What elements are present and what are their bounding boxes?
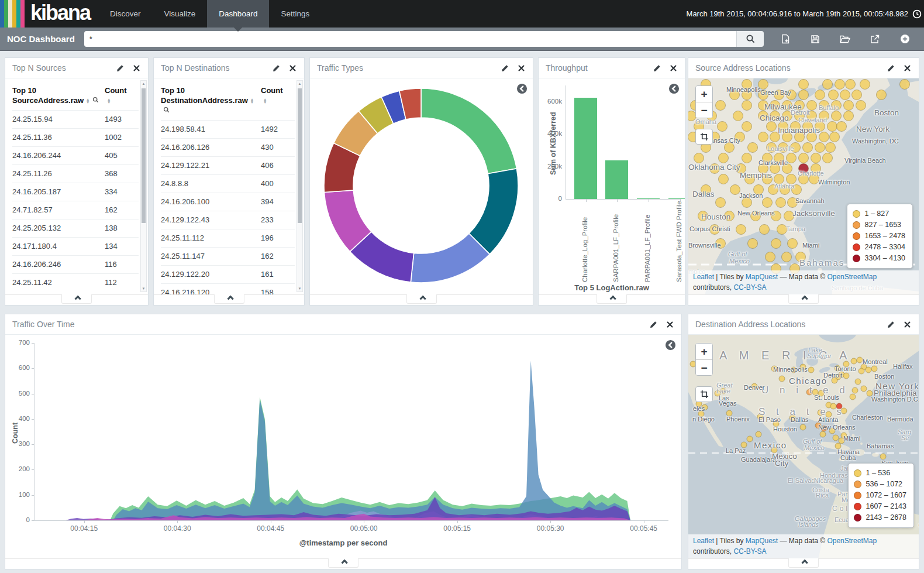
- mapquest-link[interactable]: MapQuest: [746, 537, 778, 545]
- edit-panel-icon[interactable]: [652, 63, 662, 73]
- count-cell: 162: [105, 201, 139, 219]
- collapse-panel-button[interactable]: [788, 558, 819, 568]
- fit-bounds-button[interactable]: [695, 386, 713, 402]
- map-attribution: Leaflet | Tiles by MapQuest — Map data ©…: [688, 270, 919, 294]
- search-button[interactable]: [736, 31, 764, 47]
- edit-panel-icon[interactable]: [649, 320, 658, 330]
- nav-tab-dashboard[interactable]: Dashboard: [207, 0, 269, 28]
- address-cell: 24.25.15.94: [12, 110, 105, 128]
- add-visualization-button[interactable]: [898, 33, 911, 46]
- drilldown-back-button[interactable]: [516, 83, 527, 94]
- edit-panel-icon[interactable]: [115, 63, 125, 73]
- load-dashboard-button[interactable]: [839, 33, 851, 46]
- license-link[interactable]: CC-BY-SA: [733, 547, 766, 555]
- map-label: New Orleans: [737, 210, 775, 217]
- table-row: 24.25.11.42112: [12, 273, 139, 291]
- nav-tab-discover[interactable]: Discover: [98, 0, 153, 28]
- close-panel-icon[interactable]: [517, 64, 526, 73]
- address-cell: 24.16.205.187: [12, 183, 105, 201]
- legend-item: 2478 – 3304: [853, 242, 905, 253]
- source-map[interactable]: MinneapolisGreen BayMilwaukeeChicagoDetr…: [688, 78, 919, 294]
- table-row: 24.171.180.4134: [12, 237, 139, 255]
- dashboard-title: NOC Dashboard: [7, 34, 75, 44]
- mapquest-link[interactable]: MapQuest: [746, 273, 778, 281]
- pie-slice[interactable]: [421, 88, 516, 174]
- close-panel-icon[interactable]: [903, 64, 912, 73]
- close-panel-icon[interactable]: [903, 320, 912, 329]
- nav-tab-settings[interactable]: Settings: [269, 0, 321, 28]
- x-axis-line: [34, 520, 668, 521]
- panel-title: Source Address Locations: [695, 63, 879, 73]
- close-panel-icon[interactable]: [132, 64, 141, 73]
- kibana-logo-stripes: [0, 0, 25, 28]
- edit-panel-icon[interactable]: [500, 63, 510, 73]
- table-scrollbar[interactable]: ▲▼: [140, 80, 147, 292]
- count-cell: 1492: [261, 120, 295, 138]
- legend-item: 536 – 1072: [854, 479, 906, 490]
- collapse-panel-button[interactable]: [788, 294, 819, 304]
- panel-title: Traffic Types: [317, 63, 493, 73]
- map-label: New York: [856, 125, 889, 133]
- bar[interactable]: [605, 160, 628, 200]
- collapse-panel-button[interactable]: [328, 558, 358, 568]
- column-search-icon: [92, 96, 99, 106]
- axis-tick-label: 100: [6, 491, 30, 498]
- share-dashboard-button[interactable]: [868, 33, 881, 46]
- license-link[interactable]: CC-BY-SA: [733, 283, 766, 291]
- collapse-panel-button[interactable]: [597, 294, 627, 304]
- zoom-in-button[interactable]: +: [696, 86, 712, 102]
- legend-color-dot: [854, 503, 861, 510]
- bar[interactable]: [574, 98, 597, 199]
- count-cell: 116: [105, 255, 139, 273]
- close-panel-icon[interactable]: [288, 64, 297, 73]
- address-cell: 24.129.122.21: [161, 156, 261, 174]
- map-label: Omaha: [695, 118, 716, 125]
- leaflet-link[interactable]: Leaflet: [693, 273, 714, 281]
- throughput-bar-chart[interactable]: [539, 85, 685, 199]
- new-dashboard-button[interactable]: [779, 33, 792, 46]
- edit-panel-icon[interactable]: [886, 320, 896, 330]
- zoom-out-button[interactable]: −: [696, 359, 712, 375]
- count-cell: 112: [105, 273, 139, 291]
- legend-label: 1 – 827: [864, 208, 889, 219]
- map-label: Gulf of: [728, 251, 747, 258]
- query-input[interactable]: [84, 31, 736, 47]
- axis-tick-label: 700: [6, 339, 30, 346]
- openstreetmap-link[interactable]: OpenStreetMap: [827, 537, 877, 545]
- traffic-types-donut-chart[interactable]: [322, 86, 520, 285]
- drilldown-back-button[interactable]: [665, 339, 676, 351]
- traffic-over-time-area-chart[interactable]: [34, 343, 668, 520]
- column-header-count[interactable]: Count▲▼: [261, 82, 295, 120]
- edit-panel-icon[interactable]: [886, 63, 896, 73]
- openstreetmap-link[interactable]: OpenStreetMap: [827, 273, 877, 281]
- collapse-panel-button[interactable]: [406, 294, 437, 304]
- column-header-destination-address[interactable]: Top 10 DestinationAddress.raw▲▼: [161, 82, 261, 120]
- count-cell: 430: [261, 138, 295, 156]
- edit-panel-icon[interactable]: [271, 63, 281, 73]
- time-range-picker[interactable]: March 19th 2015, 00:04:06.916 to March 1…: [687, 0, 924, 28]
- bar[interactable]: [668, 198, 685, 199]
- bar-category-label: SARPA001_LF_Profile: [612, 203, 619, 282]
- close-panel-icon[interactable]: [669, 64, 678, 73]
- collapse-panel-button[interactable]: [61, 294, 92, 304]
- drilldown-back-button[interactable]: [668, 83, 680, 94]
- column-header-count[interactable]: Count▲▼: [105, 82, 139, 110]
- column-header-source-address[interactable]: Top 10 SourceAddress.raw▲▼: [12, 82, 105, 110]
- nav-tab-visualize[interactable]: Visualize: [153, 0, 208, 28]
- zoom-out-button[interactable]: −: [696, 102, 712, 118]
- fit-bounds-button[interactable]: [695, 129, 713, 145]
- map-label: Miami: [802, 242, 819, 249]
- table-scrollbar[interactable]: ▲▼: [296, 80, 303, 292]
- save-dashboard-button[interactable]: [809, 33, 822, 46]
- legend-label: 3304 – 4130: [864, 253, 905, 264]
- zoom-in-button[interactable]: +: [696, 344, 712, 359]
- destination-map[interactable]: A M E R I C ALakeSuperiorMontrealHalifax…: [688, 335, 919, 558]
- leaflet-link[interactable]: Leaflet: [693, 537, 714, 545]
- legend-label: 827 – 1653: [864, 219, 901, 231]
- close-panel-icon[interactable]: [666, 320, 674, 329]
- legend-label: 1607 – 2143: [866, 501, 906, 512]
- collapse-panel-button[interactable]: [214, 294, 244, 304]
- plus-circle-icon: [900, 34, 910, 44]
- table-row: 24.16.206.244405: [12, 146, 139, 164]
- sort-icon: ▲▼: [86, 98, 89, 104]
